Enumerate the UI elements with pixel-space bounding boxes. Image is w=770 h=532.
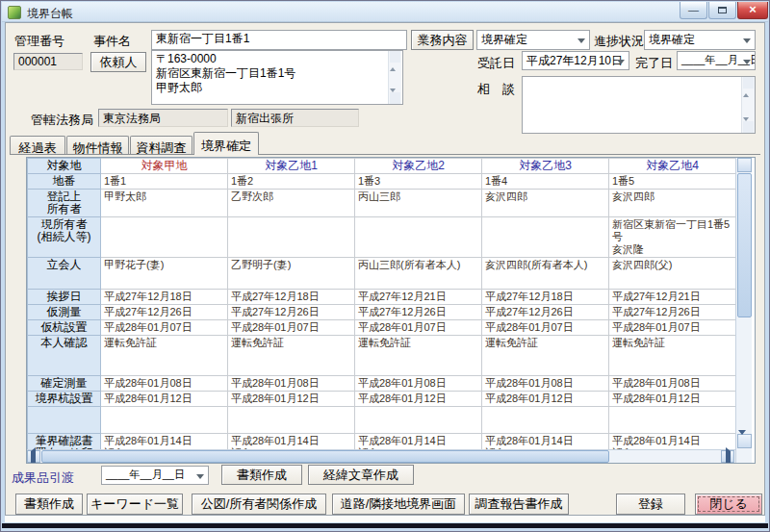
table-cell[interactable]: 乙野次郎 bbox=[228, 190, 355, 217]
tab-document-survey[interactable]: 資料調査 bbox=[130, 136, 192, 155]
tab-boundary-determination[interactable]: 境界確定 bbox=[193, 132, 259, 155]
consultation-scrollbar[interactable] bbox=[741, 77, 755, 133]
table-cell[interactable]: 乙野明子(妻) bbox=[228, 258, 355, 290]
table-cell[interactable]: 平成28年01月12日 bbox=[482, 392, 609, 407]
table-cell[interactable]: 1番2 bbox=[228, 174, 355, 190]
table-cell[interactable]: 丙山三郎 bbox=[355, 190, 482, 217]
table-cell[interactable]: 平成28年01月12日 bbox=[355, 392, 482, 407]
table-cell[interactable] bbox=[482, 407, 609, 434]
table-cell[interactable]: 対象乙地4 bbox=[609, 159, 736, 174]
table-cell[interactable]: 平成27年12月26日 bbox=[228, 305, 355, 320]
tab-progress-sheet[interactable]: 経過表 bbox=[10, 136, 65, 155]
table-cell[interactable]: 甲野太郎 bbox=[101, 190, 228, 217]
table-cell[interactable]: 平成27年12月26日 bbox=[355, 305, 482, 320]
table-cell[interactable]: 平成27年12月18日 bbox=[482, 290, 609, 305]
scroll-up-icon[interactable] bbox=[390, 51, 400, 63]
client-button[interactable]: 依頼人 bbox=[90, 52, 146, 72]
keyword-list-button[interactable]: キーワード一覧 bbox=[87, 494, 183, 515]
table-cell[interactable]: 平成27年12月18日 bbox=[101, 290, 228, 305]
survey-report-button[interactable]: 調査報告書作成 bbox=[469, 494, 569, 515]
deliverable-date-combo[interactable]: ____年__月__日 bbox=[101, 466, 209, 485]
table-cell[interactable]: 平成27年12月26日 bbox=[482, 305, 609, 320]
table-cell[interactable]: 平成28年01月07日 bbox=[482, 320, 609, 336]
create-documents-button[interactable]: 書類作成 bbox=[15, 494, 83, 515]
dropdown-arrow-icon[interactable] bbox=[743, 60, 751, 64]
table-cell[interactable]: 亥沢四郎(父) bbox=[609, 258, 736, 290]
tab-property-info[interactable]: 物件情報 bbox=[66, 136, 129, 155]
table-cell[interactable]: 平成27年12月26日 bbox=[101, 305, 228, 320]
table-cell[interactable]: 運転免許証 bbox=[228, 336, 355, 376]
table-cell[interactable]: 1番4 bbox=[482, 174, 609, 190]
table-cell[interactable]: 対象乙地2 bbox=[355, 159, 482, 174]
scroll-up-icon[interactable] bbox=[743, 77, 754, 89]
table-cell[interactable] bbox=[228, 407, 355, 434]
table-cell[interactable]: 1番3 bbox=[355, 174, 482, 190]
table-cell[interactable]: 平成28年01月12日 bbox=[609, 392, 736, 407]
table-cell[interactable]: 丙山三郎(所有者本人) bbox=[355, 258, 482, 290]
table-cell[interactable]: 平成27年12月18日 bbox=[228, 290, 355, 305]
table-cell[interactable]: 平成27年12月21日 bbox=[609, 290, 736, 305]
consultation-textarea[interactable] bbox=[522, 76, 756, 134]
table-cell[interactable]: 運転免許証 bbox=[101, 336, 228, 376]
scroll-up-icon[interactable] bbox=[737, 158, 752, 172]
completion-date-combo[interactable]: ____年__月__日 bbox=[677, 51, 756, 70]
table-cell[interactable]: 平成28年01月07日 bbox=[355, 320, 482, 336]
table-cell[interactable]: 運転免許証 bbox=[482, 336, 609, 376]
table-cell[interactable] bbox=[101, 217, 228, 258]
table-cell[interactable]: 平成28年01月07日 bbox=[101, 320, 228, 336]
maximize-button[interactable] bbox=[708, 2, 736, 19]
table-cell[interactable]: 平成28年01月12日 bbox=[101, 392, 228, 407]
table-cell[interactable]: 亥沢四郎 bbox=[482, 190, 609, 217]
close-button[interactable]: × bbox=[737, 2, 768, 19]
history-text-create-button[interactable]: 経緯文章作成 bbox=[308, 465, 414, 485]
table-cell[interactable]: 平成28年01月08日 bbox=[482, 376, 609, 392]
table-cell[interactable]: 対象乙地1 bbox=[228, 159, 355, 174]
table-cell[interactable]: 平成28年01月08日 bbox=[101, 376, 228, 392]
client-address-textarea[interactable]: 〒163-0000 新宿区東新宿一丁目1番1号 甲野太郎 bbox=[151, 50, 403, 105]
table-cell[interactable] bbox=[482, 217, 609, 258]
scroll-down-icon[interactable] bbox=[390, 92, 400, 104]
table-cell[interactable]: 運転免許証 bbox=[609, 336, 736, 376]
map-owner-relation-button[interactable]: 公図/所有者関係作成 bbox=[192, 494, 326, 515]
table-cell[interactable]: 運転免許証 bbox=[355, 336, 482, 376]
table-cell[interactable]: 平成28年01月08日 bbox=[228, 376, 355, 392]
table-cell[interactable] bbox=[609, 407, 736, 434]
commission-date-combo[interactable]: 平成27年12月10日 bbox=[522, 51, 629, 70]
road-adjacent-boundary-button[interactable]: 道路/隣接地境界画面 bbox=[332, 494, 465, 515]
table-cell[interactable] bbox=[355, 217, 482, 258]
scroll-down-icon[interactable] bbox=[743, 121, 754, 133]
horizontal-scroll-thumb[interactable] bbox=[41, 450, 609, 463]
register-button[interactable]: 登録 bbox=[616, 494, 685, 515]
table-cell[interactable]: 平成27年12月26日 bbox=[609, 305, 736, 320]
table-cell[interactable]: 対象乙地3 bbox=[482, 159, 609, 174]
dropdown-arrow-icon[interactable] bbox=[578, 38, 585, 43]
progress-status-combo[interactable]: 境界確定 bbox=[644, 30, 756, 50]
table-horizontal-scrollbar[interactable] bbox=[27, 449, 735, 463]
table-cell[interactable]: 新宿区東新宿一丁目1番5号 亥沢隆 bbox=[609, 217, 736, 258]
minimize-button[interactable]: — bbox=[680, 2, 707, 19]
scroll-right-icon[interactable] bbox=[721, 450, 734, 463]
scroll-left-icon[interactable] bbox=[27, 450, 40, 463]
table-cell[interactable]: 亥沢四郎 bbox=[609, 190, 736, 217]
close-window-button[interactable]: 閉じる bbox=[695, 494, 762, 515]
table-cell[interactable]: 1番5 bbox=[609, 174, 736, 190]
table-cell[interactable] bbox=[101, 407, 228, 434]
table-cell[interactable] bbox=[228, 217, 355, 258]
table-cell[interactable]: 亥沢四郎(所有者本人) bbox=[482, 258, 609, 290]
table-cell[interactable] bbox=[355, 407, 482, 434]
table-cell[interactable]: 平成28年01月07日 bbox=[609, 320, 736, 336]
case-name-input[interactable]: 東新宿一丁目1番1 bbox=[151, 30, 407, 50]
table-cell[interactable]: 平成28年01月08日 bbox=[609, 376, 736, 392]
dropdown-arrow-icon[interactable] bbox=[617, 60, 625, 64]
business-content-combo[interactable]: 境界確定 bbox=[476, 30, 590, 50]
table-cell[interactable]: 平成28年01月12日 bbox=[228, 392, 355, 407]
table-cell[interactable]: 1番1 bbox=[101, 174, 228, 190]
table-cell[interactable]: 対象甲地 bbox=[101, 159, 228, 174]
address-scrollbar[interactable] bbox=[388, 51, 401, 104]
dropdown-arrow-icon[interactable] bbox=[743, 38, 751, 43]
vertical-scroll-thumb[interactable] bbox=[737, 173, 752, 317]
table-cell[interactable]: 平成27年12月21日 bbox=[355, 290, 482, 305]
table-vertical-scrollbar[interactable] bbox=[735, 158, 752, 463]
table-cell[interactable]: 平成28年01月08日 bbox=[355, 376, 482, 392]
table-cell[interactable]: 甲野花子(妻) bbox=[101, 258, 228, 290]
